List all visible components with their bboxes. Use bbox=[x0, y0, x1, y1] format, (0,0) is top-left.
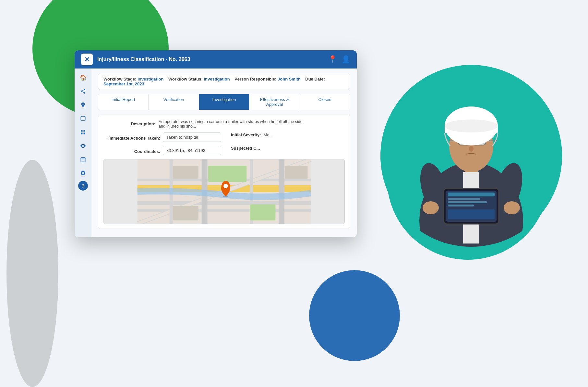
map-container[interactable] bbox=[103, 159, 345, 224]
description-value: An operator was securing a car onto a tr… bbox=[159, 119, 305, 129]
svg-rect-6 bbox=[81, 130, 82, 131]
page-title: Injury/Illness Classification - No. 2663 bbox=[97, 56, 328, 62]
sidebar-item-grid[interactable] bbox=[77, 126, 89, 138]
tab-bar: Initial Report Verification Investigatio… bbox=[98, 94, 350, 110]
svg-rect-62 bbox=[448, 201, 487, 203]
app-window: ✕ Injury/Illness Classification - No. 26… bbox=[75, 50, 357, 237]
header-bar: ✕ Injury/Illness Classification - No. 26… bbox=[75, 50, 357, 69]
svg-rect-18 bbox=[138, 201, 311, 205]
workflow-stage-label: Workflow Stage: bbox=[103, 77, 137, 81]
svg-point-0 bbox=[84, 89, 85, 91]
immediate-actions-input[interactable] bbox=[163, 132, 221, 142]
sidebar-item-home[interactable]: 🏠 bbox=[77, 72, 89, 83]
sidebar-item-pin[interactable] bbox=[77, 99, 89, 111]
sidebar-item-settings[interactable] bbox=[77, 167, 89, 179]
initial-severity-label: Initial Severity: bbox=[231, 132, 261, 137]
svg-rect-29 bbox=[173, 206, 198, 221]
tab-closed[interactable]: Closed bbox=[300, 94, 350, 110]
immediate-actions-severity-row: Immediate Actions Taken: Initial Severit… bbox=[103, 132, 345, 142]
worker-image bbox=[380, 65, 562, 247]
logo: ✕ bbox=[81, 54, 93, 65]
person-responsible-value: John Smith bbox=[278, 77, 301, 81]
sidebar-item-help[interactable]: ? bbox=[78, 181, 88, 191]
sidebar: 🏠 ? bbox=[75, 69, 91, 237]
main-layout: 🏠 ? bbox=[75, 69, 357, 237]
description-label: Description: bbox=[103, 119, 155, 126]
workflow-stage-value: Investigation bbox=[138, 77, 163, 81]
svg-rect-25 bbox=[279, 159, 284, 224]
svg-rect-8 bbox=[81, 133, 82, 134]
coordinates-input[interactable] bbox=[163, 146, 221, 155]
initial-severity-value: Mo... bbox=[263, 132, 273, 137]
tab-effectiveness-approval[interactable]: Effectiveness & Approval bbox=[249, 94, 300, 110]
svg-rect-7 bbox=[84, 130, 85, 131]
svg-line-4 bbox=[82, 90, 84, 91]
due-date-value: September 1st, 2023 bbox=[103, 81, 144, 86]
coordinates-suspected-row: Coordinates: Suspected C... bbox=[103, 146, 345, 155]
tab-initial-report[interactable]: Initial Report bbox=[98, 94, 149, 110]
map-svg bbox=[104, 159, 344, 224]
silhouette-decoration bbox=[0, 160, 65, 387]
svg-point-10 bbox=[83, 145, 84, 146]
coordinates-label: Coordinates: bbox=[103, 147, 160, 154]
workflow-status-value: Investigation bbox=[204, 77, 230, 81]
logo-symbol: ✕ bbox=[84, 56, 90, 63]
svg-rect-9 bbox=[84, 133, 85, 134]
svg-point-53 bbox=[445, 119, 498, 132]
header-icons: 📍 👤 bbox=[328, 55, 350, 64]
svg-rect-27 bbox=[250, 205, 275, 221]
svg-point-50 bbox=[469, 146, 474, 152]
sidebar-item-calendar[interactable] bbox=[77, 154, 89, 165]
svg-line-3 bbox=[82, 92, 84, 93]
user-icon[interactable]: 👤 bbox=[342, 55, 350, 64]
svg-point-56 bbox=[423, 201, 439, 214]
tab-investigation[interactable]: Investigation bbox=[199, 94, 249, 110]
svg-point-1 bbox=[81, 91, 82, 92]
svg-rect-26 bbox=[208, 166, 247, 182]
tab-verification[interactable]: Verification bbox=[149, 94, 199, 110]
sidebar-item-tasks[interactable] bbox=[77, 113, 89, 124]
svg-point-2 bbox=[84, 92, 85, 94]
svg-rect-19 bbox=[138, 209, 311, 212]
immediate-actions-label: Immediate Actions Taken: bbox=[103, 134, 160, 141]
svg-rect-30 bbox=[285, 166, 307, 179]
svg-rect-60 bbox=[448, 193, 495, 196]
svg-rect-11 bbox=[81, 157, 85, 162]
svg-rect-64 bbox=[448, 209, 495, 219]
content-area: Workflow Stage: Investigation Workflow S… bbox=[91, 69, 357, 237]
svg-point-32 bbox=[223, 184, 228, 188]
svg-rect-61 bbox=[448, 198, 480, 200]
person-responsible-label: Person Responsible: bbox=[234, 77, 276, 81]
location-icon[interactable]: 📍 bbox=[328, 55, 337, 64]
form-section: Description: An operator was securing a … bbox=[98, 115, 350, 229]
sidebar-item-view[interactable] bbox=[77, 140, 89, 152]
sidebar-item-share[interactable] bbox=[77, 85, 89, 97]
bg-circle-blue bbox=[309, 270, 400, 361]
workflow-status-bar: Workflow Stage: Investigation Workflow S… bbox=[98, 73, 350, 90]
suspected-label: Suspected C... bbox=[231, 146, 260, 151]
description-row: Description: An operator was securing a … bbox=[103, 119, 345, 129]
workflow-status-label: Workflow Status: bbox=[168, 77, 203, 81]
svg-rect-28 bbox=[173, 166, 198, 179]
svg-rect-63 bbox=[448, 205, 474, 206]
worker-svg bbox=[380, 65, 562, 247]
svg-point-57 bbox=[504, 201, 520, 214]
due-date-label: Due Date: bbox=[305, 77, 325, 81]
